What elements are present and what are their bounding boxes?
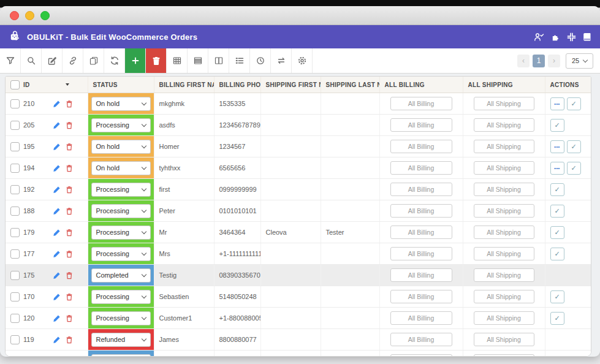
all-shipping-button[interactable]: All Shipping bbox=[474, 290, 534, 303]
status-select[interactable]: Refunded bbox=[91, 333, 151, 347]
all-shipping-button[interactable]: All Shipping bbox=[474, 354, 534, 357]
delete-row-icon[interactable] bbox=[66, 143, 73, 151]
list-button[interactable] bbox=[229, 48, 250, 73]
all-billing-button[interactable]: All Billing bbox=[390, 140, 452, 153]
approve-button[interactable]: ✓ bbox=[567, 140, 581, 153]
add-order-button[interactable] bbox=[125, 48, 146, 73]
approve-button[interactable]: ✓ bbox=[567, 162, 581, 175]
current-page-button[interactable]: 1 bbox=[533, 55, 545, 67]
delete-row-icon[interactable] bbox=[66, 121, 73, 129]
edit-row-icon[interactable] bbox=[53, 336, 61, 344]
edit-row-icon[interactable] bbox=[53, 207, 61, 215]
edit-row-icon[interactable] bbox=[53, 121, 61, 129]
status-select[interactable]: Processing bbox=[91, 247, 151, 261]
row-checkbox[interactable] bbox=[10, 185, 20, 194]
all-shipping-button[interactable]: All Shipping bbox=[474, 97, 534, 110]
row-checkbox[interactable] bbox=[10, 164, 20, 173]
all-billing-button[interactable]: All Billing bbox=[390, 161, 452, 175]
status-select[interactable]: Processing bbox=[91, 118, 151, 132]
all-billing-button[interactable]: All Billing bbox=[390, 354, 452, 357]
delete-row-icon[interactable] bbox=[66, 186, 73, 194]
all-shipping-button[interactable]: All Shipping bbox=[474, 247, 534, 260]
search-button[interactable] bbox=[21, 48, 42, 73]
edit-button[interactable] bbox=[42, 48, 63, 73]
delete-row-icon[interactable] bbox=[66, 314, 73, 322]
approve-button[interactable]: ✓ bbox=[550, 226, 564, 239]
row-checkbox[interactable] bbox=[10, 271, 20, 280]
status-select[interactable]: Completed bbox=[91, 354, 151, 357]
close-window-button[interactable] bbox=[10, 11, 19, 20]
edit-row-icon[interactable] bbox=[53, 229, 61, 237]
row-checkbox[interactable] bbox=[10, 314, 20, 323]
status-select[interactable]: Processing bbox=[91, 226, 151, 240]
row-checkbox[interactable] bbox=[10, 99, 20, 108]
approve-button[interactable]: ✓ bbox=[550, 119, 564, 132]
all-shipping-button[interactable]: All Shipping bbox=[474, 161, 534, 175]
approve-button[interactable]: ✓ bbox=[550, 290, 564, 303]
all-billing-button[interactable]: All Billing bbox=[390, 97, 452, 110]
history-button[interactable] bbox=[250, 48, 271, 73]
delete-row-icon[interactable] bbox=[66, 164, 73, 172]
all-billing-button[interactable]: All Billing bbox=[390, 204, 452, 218]
table-rows-button[interactable] bbox=[188, 48, 208, 73]
row-checkbox[interactable] bbox=[10, 228, 20, 237]
filter-button[interactable] bbox=[0, 48, 21, 73]
puzzle-icon[interactable] bbox=[551, 32, 560, 42]
all-shipping-button[interactable]: All Shipping bbox=[474, 311, 534, 325]
row-checkbox[interactable] bbox=[10, 335, 20, 344]
more-actions-button[interactable]: ••• bbox=[550, 97, 564, 110]
edit-row-icon[interactable] bbox=[53, 314, 61, 322]
status-select[interactable]: On hold bbox=[91, 161, 151, 175]
all-shipping-button[interactable]: All Shipping bbox=[474, 183, 534, 196]
user-check-icon[interactable] bbox=[534, 32, 544, 42]
edit-row-icon[interactable] bbox=[53, 186, 61, 194]
all-billing-button[interactable]: All Billing bbox=[390, 247, 452, 260]
zoom-window-button[interactable] bbox=[40, 11, 50, 20]
all-shipping-button[interactable]: All Shipping bbox=[474, 333, 534, 346]
minimize-window-button[interactable] bbox=[25, 11, 34, 20]
status-select[interactable]: On hold bbox=[91, 140, 151, 154]
all-shipping-button[interactable]: All Shipping bbox=[474, 140, 534, 153]
all-billing-button[interactable]: All Billing bbox=[390, 268, 452, 282]
status-select[interactable]: Processing bbox=[91, 311, 151, 325]
all-shipping-button[interactable]: All Shipping bbox=[474, 118, 534, 132]
approve-button[interactable]: ✓ bbox=[550, 183, 564, 196]
delete-orders-button[interactable] bbox=[146, 48, 167, 73]
sort-desc-icon[interactable] bbox=[66, 83, 69, 86]
book-icon[interactable] bbox=[583, 32, 591, 42]
prev-page-button[interactable]: ‹ bbox=[517, 55, 530, 67]
compress-icon[interactable] bbox=[567, 32, 576, 42]
duplicate-button[interactable] bbox=[83, 48, 104, 73]
status-select[interactable]: Processing bbox=[91, 204, 151, 218]
all-billing-button[interactable]: All Billing bbox=[390, 118, 452, 132]
table-grid-button[interactable] bbox=[167, 48, 188, 73]
select-all-checkbox[interactable] bbox=[10, 80, 20, 89]
next-page-button[interactable]: › bbox=[548, 55, 560, 67]
columns-button[interactable] bbox=[208, 48, 229, 73]
all-shipping-button[interactable]: All Shipping bbox=[474, 226, 534, 239]
settings-button[interactable] bbox=[292, 48, 313, 73]
row-checkbox[interactable] bbox=[10, 142, 20, 151]
all-billing-button[interactable]: All Billing bbox=[390, 333, 452, 346]
row-checkbox[interactable] bbox=[10, 357, 20, 357]
status-select[interactable]: Processing bbox=[91, 183, 151, 197]
repeat-button[interactable] bbox=[271, 48, 292, 73]
approve-button[interactable]: ✓ bbox=[550, 205, 564, 218]
link-button[interactable] bbox=[63, 48, 83, 73]
status-select[interactable]: On hold bbox=[91, 97, 151, 111]
edit-row-icon[interactable] bbox=[53, 293, 61, 301]
row-checkbox[interactable] bbox=[10, 292, 20, 301]
edit-row-icon[interactable] bbox=[53, 271, 61, 279]
row-checkbox[interactable] bbox=[10, 249, 20, 259]
delete-row-icon[interactable] bbox=[66, 250, 73, 258]
delete-row-icon[interactable] bbox=[66, 229, 73, 237]
edit-row-icon[interactable] bbox=[53, 100, 61, 108]
row-checkbox[interactable] bbox=[10, 207, 20, 216]
approve-button[interactable]: ✓ bbox=[550, 248, 564, 260]
more-actions-button[interactable]: ••• bbox=[550, 162, 564, 175]
edit-row-icon[interactable] bbox=[53, 143, 61, 151]
delete-row-icon[interactable] bbox=[66, 293, 73, 301]
approve-button[interactable]: ✓ bbox=[567, 97, 581, 110]
all-billing-button[interactable]: All Billing bbox=[390, 183, 452, 196]
delete-row-icon[interactable] bbox=[66, 271, 73, 279]
